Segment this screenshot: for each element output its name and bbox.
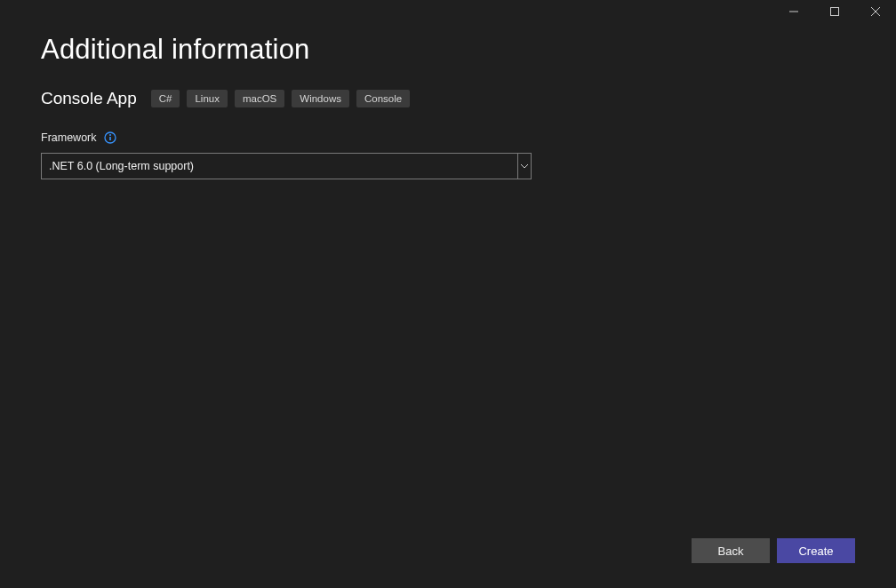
content-area: Additional information Console App C# Li… [0,23,896,179]
minimize-button[interactable] [773,0,814,23]
framework-dropdown-value: .NET 6.0 (Long-term support) [42,154,518,179]
template-tags: C# Linux macOS Windows Console [151,90,410,107]
svg-rect-6 [109,137,111,140]
template-tag: macOS [235,90,284,107]
footer-buttons: Back Create [692,538,855,563]
svg-point-5 [109,134,111,136]
template-row: Console App C# Linux macOS Windows Conso… [41,89,855,108]
info-icon[interactable] [104,131,116,144]
create-button[interactable]: Create [777,538,855,563]
template-tag: C# [151,90,180,107]
template-tag: Console [356,90,410,107]
framework-label: Framework [41,131,97,144]
template-tag: Windows [292,90,349,107]
maximize-button[interactable] [814,0,855,23]
chevron-down-icon [518,154,531,179]
page-title: Additional information [41,34,855,66]
titlebar [0,0,896,23]
framework-dropdown[interactable]: .NET 6.0 (Long-term support) [41,153,532,179]
close-button[interactable] [855,0,896,23]
template-name: Console App [41,89,137,108]
framework-label-row: Framework [41,131,855,144]
template-tag: Linux [187,90,228,107]
back-button[interactable]: Back [692,538,770,563]
svg-rect-1 [831,8,839,16]
